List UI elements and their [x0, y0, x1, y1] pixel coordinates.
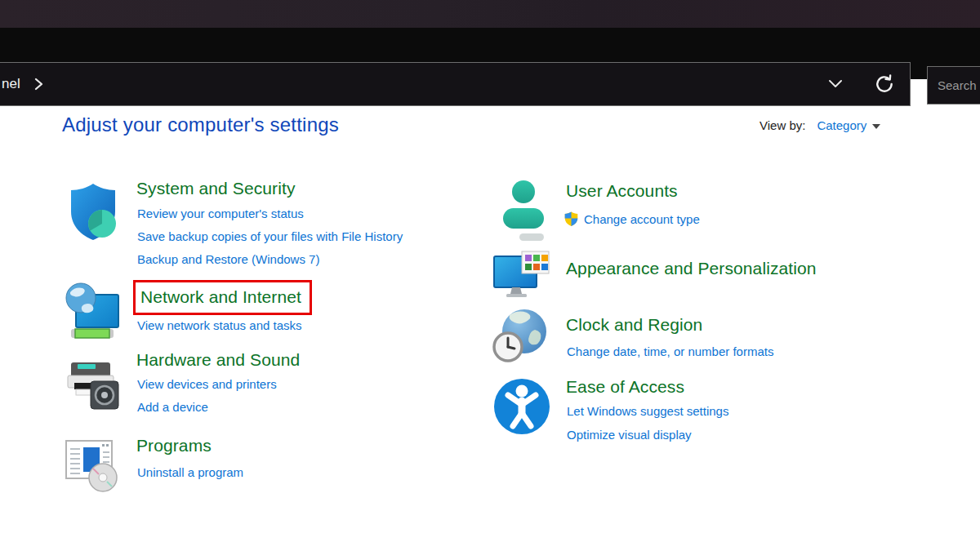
annotation-highlight-box: Network and Internet — [133, 280, 312, 315]
breadcrumb-chevron-right-icon[interactable] — [32, 76, 47, 92]
category-title-ease-of-access[interactable]: Ease of Access — [566, 376, 684, 398]
link-view-network-status[interactable]: View network status and tasks — [137, 318, 302, 333]
window-top-strip — [0, 0, 980, 28]
view-by-dropdown[interactable]: Category — [817, 118, 880, 132]
hardware-and-sound-icon[interactable] — [65, 359, 122, 416]
category-title-clock-and-region[interactable]: Clock and Region — [566, 314, 702, 335]
category-title-system-and-security[interactable]: System and Security — [136, 178, 295, 199]
link-add-a-device[interactable]: Add a device — [137, 399, 208, 415]
user-accounts-icon[interactable] — [501, 178, 552, 250]
clock-and-region-icon[interactable] — [492, 309, 550, 369]
link-let-windows-suggest-settings[interactable]: Let Windows suggest settings — [567, 403, 728, 419]
system-and-security-icon[interactable] — [65, 181, 121, 248]
category-title-appearance-and-personalization[interactable]: Appearance and Personalization — [566, 258, 817, 279]
address-bar[interactable]: nel — [0, 62, 911, 106]
view-by-label: View by: — [760, 118, 805, 132]
view-by-control: View by: Category — [760, 118, 880, 132]
ease-of-access-icon[interactable] — [492, 377, 551, 439]
caret-down-icon — [872, 124, 880, 129]
link-file-history[interactable]: Save backup copies of your files with Fi… — [137, 229, 403, 244]
link-optimize-visual-display[interactable]: Optimize visual display — [567, 427, 692, 442]
network-and-internet-icon[interactable] — [63, 282, 122, 347]
link-change-date-time-formats[interactable]: Change date, time, or number formats — [567, 344, 773, 359]
refresh-icon[interactable] — [874, 73, 895, 95]
category-title-user-accounts[interactable]: User Accounts — [566, 180, 678, 202]
view-by-value[interactable]: Category — [817, 118, 866, 132]
link-backup-restore[interactable]: Backup and Restore (Windows 7) — [137, 251, 319, 267]
navigation-bar: nel — [0, 28, 980, 79]
page-title: Adjust your computer's settings — [62, 113, 339, 136]
category-title-hardware-and-sound[interactable]: Hardware and Sound — [136, 349, 300, 371]
address-dropdown-chevron-down-icon[interactable] — [825, 73, 846, 95]
programs-icon[interactable] — [64, 438, 126, 496]
link-view-devices-printers[interactable]: View devices and printers — [137, 376, 277, 392]
appearance-and-personalization-icon[interactable] — [492, 250, 551, 305]
breadcrumb[interactable]: nel — [0, 76, 20, 92]
link-review-computer-status[interactable]: Review your computer's status — [137, 206, 304, 221]
search-input[interactable] — [927, 66, 980, 104]
category-title-network-and-internet[interactable]: Network and Internet — [140, 287, 301, 308]
uac-shield-icon — [564, 211, 579, 227]
link-change-account-type[interactable]: Change account type — [564, 211, 700, 227]
category-title-programs[interactable]: Programs — [136, 435, 212, 456]
link-uninstall-a-program[interactable]: Uninstall a program — [137, 464, 243, 480]
link-change-account-type-label[interactable]: Change account type — [584, 211, 700, 227]
